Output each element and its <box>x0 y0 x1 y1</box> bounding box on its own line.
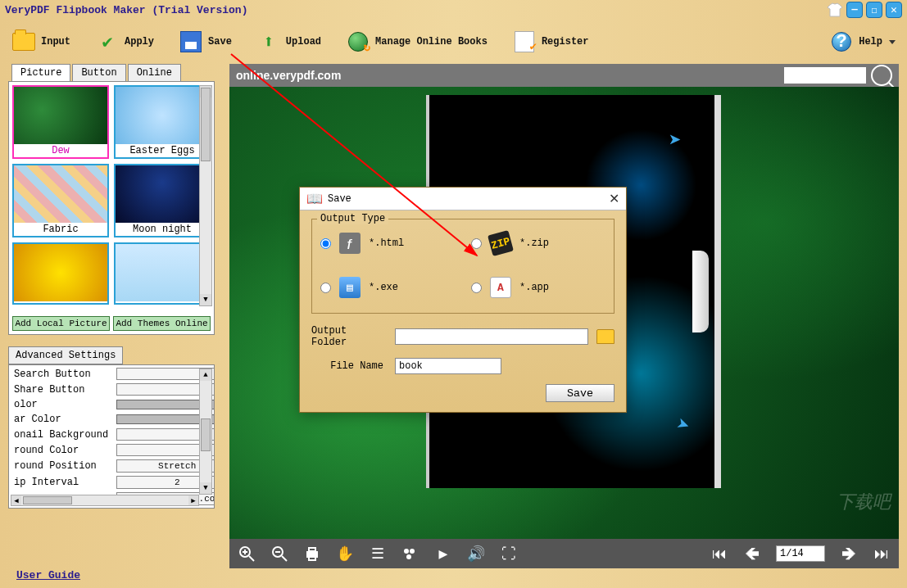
tab-online[interactable]: Online <box>128 64 181 81</box>
title-bar: VeryPDF Flipbook Maker (Trial Version) —… <box>0 0 907 20</box>
svg-line-1 <box>249 556 254 561</box>
advanced-row: ip Interval▼ <box>11 475 215 490</box>
browse-folder-button[interactable] <box>596 329 614 344</box>
play-icon[interactable]: ▶ <box>434 545 452 563</box>
dialog-title: Save <box>328 193 351 205</box>
dialog-titlebar[interactable]: 📖 Save ✕ <box>300 188 626 210</box>
hand-icon[interactable]: ✋ <box>336 545 354 563</box>
option-exe[interactable]: ▤*.exe <box>320 277 455 298</box>
theme-thumb-2[interactable]: Fabric <box>12 164 109 237</box>
apply-button[interactable]: ✔Apply <box>95 29 154 54</box>
zoom-in-icon[interactable] <box>238 545 256 563</box>
advanced-vscrollbar[interactable]: ▲▼ <box>199 369 212 495</box>
upload-button[interactable]: ⬆Upload <box>256 29 321 54</box>
theme-thumb-4[interactable] <box>12 242 109 305</box>
svg-line-5 <box>282 556 287 561</box>
zoom-out-icon[interactable] <box>270 545 288 563</box>
svg-rect-8 <box>309 548 315 551</box>
tshirt-icon[interactable] <box>827 2 843 18</box>
first-page-icon[interactable]: ⏮ <box>710 545 728 563</box>
radio-exe[interactable] <box>320 283 331 293</box>
add-themes-online-button[interactable]: Add Themes Online <box>113 316 211 331</box>
minimize-button[interactable]: — <box>846 2 863 18</box>
svg-point-12 <box>406 554 411 559</box>
output-folder-label: Output Folder <box>311 325 387 348</box>
search-icon[interactable] <box>871 65 892 86</box>
dialog-close-button[interactable]: ✕ <box>609 191 619 206</box>
theme-image <box>116 87 209 144</box>
user-guide-link[interactable]: User Guide <box>16 569 80 581</box>
theme-thumb-3[interactable]: Moon night <box>114 164 211 237</box>
check-icon: ✔ <box>95 29 120 54</box>
next-page-icon[interactable]: 🡺 <box>840 545 858 563</box>
print-icon[interactable] <box>303 545 321 563</box>
maximize-button[interactable]: ☐ <box>866 2 882 18</box>
add-local-picture-button[interactable]: Add Local Picture <box>12 316 110 331</box>
theme-image <box>14 244 107 301</box>
theme-image <box>116 165 209 223</box>
dialog-save-button[interactable]: Save <box>546 384 614 402</box>
register-button[interactable]: Register <box>512 29 589 54</box>
output-folder-input[interactable] <box>395 328 588 345</box>
svg-point-11 <box>410 549 415 554</box>
advanced-settings-header: Advanced Settings <box>8 346 123 364</box>
theme-scrollbar[interactable]: ▲▼ <box>199 85 212 306</box>
radio-app[interactable] <box>471 283 482 293</box>
advanced-hscrollbar[interactable]: ◀▶ <box>11 495 199 506</box>
preview-url: online.verypdf.com <box>236 69 341 82</box>
manage-books-button[interactable]: Manage Online Books <box>346 29 488 54</box>
setting-label: ar Color <box>11 413 111 426</box>
theme-thumb-0[interactable]: Dew <box>12 85 109 159</box>
theme-image <box>14 87 107 144</box>
setting-label: p Sound <box>11 508 111 509</box>
theme-thumb-5[interactable] <box>114 242 211 305</box>
advanced-row: Share Button <box>11 382 215 396</box>
setting-label: onail Background <box>11 427 111 441</box>
theme-caption: Dew <box>14 144 107 157</box>
preview-toolbar: ✋ ☰ ▶ 🔊 ⛶ ⏮ 🡸 1/14 🡺 ⏭ <box>229 539 899 568</box>
theme-caption <box>116 301 209 303</box>
theme-caption: Moon night <box>116 223 209 236</box>
tab-button[interactable]: Button <box>72 64 125 81</box>
toc-icon[interactable]: ☰ <box>369 545 387 563</box>
radio-html[interactable] <box>320 238 331 249</box>
preview-search-input[interactable] <box>784 67 866 84</box>
disk-icon <box>180 31 202 52</box>
radio-zip[interactable] <box>471 238 482 249</box>
share-icon[interactable] <box>401 545 419 563</box>
option-app[interactable]: A*.app <box>471 277 605 298</box>
svg-rect-9 <box>309 556 315 560</box>
advanced-row: Search Button <box>11 367 215 381</box>
output-type-legend: Output Type <box>317 213 388 224</box>
theme-caption <box>14 301 107 303</box>
setting-label: round Position <box>11 459 111 473</box>
setting-label: round Color <box>11 443 111 457</box>
setting-label: ip Interval <box>11 475 111 490</box>
sound-icon[interactable]: 🔊 <box>467 545 485 563</box>
page-indicator[interactable]: 1/14 <box>776 545 825 562</box>
option-html[interactable]: ƒ*.html <box>320 233 455 254</box>
exe-icon: ▤ <box>339 277 361 298</box>
save-button[interactable]: Save <box>179 29 232 54</box>
theme-tabs: Picture Button Online <box>11 64 215 81</box>
file-name-input[interactable] <box>395 358 501 374</box>
close-button[interactable]: ✕ <box>886 2 902 18</box>
setting-label: Share Button <box>11 382 111 396</box>
last-page-icon[interactable]: ⏭ <box>873 545 891 563</box>
input-button[interactable]: Input <box>11 29 70 54</box>
theme-image <box>14 165 107 223</box>
tab-picture[interactable]: Picture <box>11 64 70 81</box>
theme-thumb-1[interactable]: Easter Eggs <box>114 85 211 159</box>
app-icon: A <box>490 277 511 298</box>
theme-image <box>116 244 209 301</box>
page-flip-handle[interactable] <box>692 251 709 332</box>
fullscreen-icon[interactable]: ⛶ <box>500 545 518 563</box>
advanced-row: round Color <box>11 443 215 457</box>
prev-page-icon[interactable]: 🡸 <box>743 545 761 563</box>
option-zip[interactable]: ZIP*.zip <box>471 233 605 254</box>
save-dialog: 📖 Save ✕ Output Type ƒ*.html ZIP*.zip ▤*… <box>299 187 627 413</box>
advanced-row: p Sound <box>11 508 215 509</box>
upload-icon: ⬆ <box>256 29 281 54</box>
preview-url-bar: online.verypdf.com <box>229 64 899 87</box>
help-button[interactable]: ?Help <box>829 29 896 54</box>
